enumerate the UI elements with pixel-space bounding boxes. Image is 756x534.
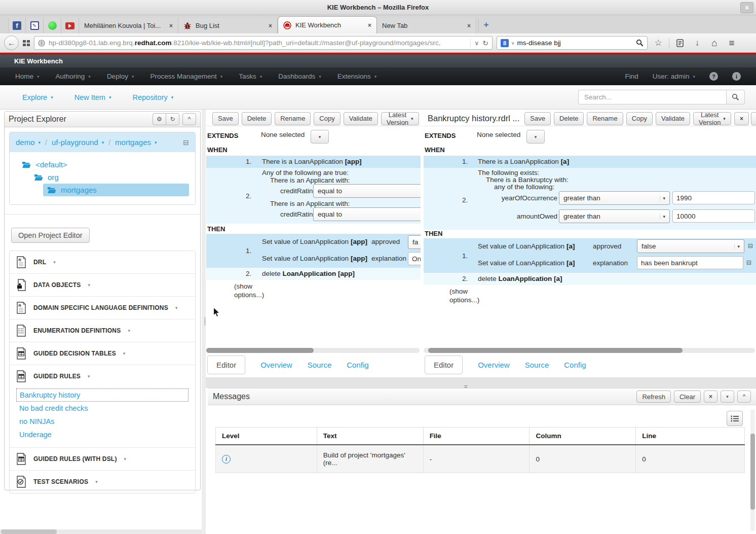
approved-value-select[interactable]: fa — [408, 235, 421, 249]
browser-tab-new-tab[interactable]: New Tab × — [377, 18, 476, 33]
vertical-scrollbar[interactable] — [750, 409, 755, 531]
show-options-link[interactable]: (show options...) — [234, 282, 267, 299]
menu-hamburger-icon[interactable]: ≡ — [725, 38, 738, 49]
section-dsl-definitions[interactable]: R DOMAIN SPECIFIC LANGUAGE DEFINITIONS ▾ — [10, 296, 195, 319]
tree-item-mortgages[interactable]: mortgages — [43, 184, 189, 196]
info-icon[interactable]: i — [732, 72, 741, 81]
approved-value-select[interactable]: false▾ — [637, 239, 744, 253]
scrollbar-thumb[interactable] — [206, 348, 314, 353]
then-row-1[interactable]: 1. Set value of LoanApplication [a] appr… — [424, 238, 756, 273]
tab-overview[interactable]: Overview — [260, 361, 292, 369]
reload-icon[interactable]: ↻ — [482, 39, 488, 47]
save-button[interactable]: Save — [212, 112, 239, 125]
remove-field-icon[interactable]: ⊟ — [746, 259, 751, 266]
browser-search-bar[interactable]: 8 ∨ — [497, 36, 648, 50]
extends-dropdown-button[interactable]: ▾ — [311, 130, 329, 144]
copy-button[interactable]: Copy — [314, 112, 340, 125]
year-of-occurrence-operator-select[interactable]: greater than▾ — [559, 191, 670, 205]
bookmarks-panel-icon[interactable] — [673, 39, 687, 47]
menu-authoring[interactable]: Authoring▾ — [56, 73, 91, 80]
amount-owed-operator-select[interactable]: greater than▾ — [559, 209, 670, 223]
browser-tab-kie-workbench[interactable]: KIE Workbench × — [278, 16, 377, 33]
menu-extensions[interactable]: Extensions▾ — [337, 73, 377, 80]
tiles-icon[interactable] — [23, 40, 30, 46]
section-data-objects[interactable]: DATA OBJECTS ▾ — [10, 273, 195, 296]
then-row-2[interactable]: 2. delete LoanApplication [a] — [424, 273, 756, 285]
tab-source[interactable]: Source — [308, 361, 332, 369]
splitter-grip-icon[interactable]: ❘❘ — [203, 317, 205, 325]
pinned-tab-notes[interactable]: ✎ — [26, 18, 44, 33]
validate-button[interactable]: Validate — [344, 112, 378, 125]
tree-item-org[interactable]: org — [14, 171, 191, 184]
section-test-scenarios[interactable]: TEST SCENARIOS ▾ — [10, 470, 195, 493]
when-row-1[interactable]: 1. There is a LoanApplication [a] — [424, 156, 756, 168]
scrollbar-thumb[interactable] — [1, 529, 57, 534]
pinned-tab-apple[interactable] — [44, 18, 61, 33]
browser-tab-mehilainen[interactable]: Mehiläinen Kouvola | Toi... × — [79, 18, 178, 33]
rule-no-ninjas[interactable]: no NINJAs — [16, 415, 188, 428]
section-enumeration-definitions[interactable]: ENUMERATION DEFINITIONS ▾ — [10, 319, 195, 342]
tab-config[interactable]: Config — [564, 361, 586, 369]
new-tab-button[interactable]: + — [478, 18, 494, 31]
section-guided-rules[interactable]: GUIDED RULES ▾ — [10, 365, 195, 387]
validate-button[interactable]: Validate — [656, 112, 690, 125]
panel-collapse-button[interactable]: ^ — [737, 390, 751, 403]
explanation-input[interactable] — [408, 252, 421, 265]
url-dropdown-icon[interactable]: ∨ — [474, 40, 479, 47]
menu-user[interactable]: User: admin▾ — [653, 73, 695, 80]
rename-button[interactable]: Rename — [275, 112, 311, 125]
subnav-explore[interactable]: Explore▾ — [22, 93, 53, 101]
credit-rating-operator-select[interactable]: equal to▾ — [313, 184, 421, 198]
when-row-2[interactable]: 2. The following exists: There is a Bank… — [424, 168, 756, 230]
breadcrumb-demo[interactable]: demo▾ — [16, 138, 41, 147]
menu-process-management[interactable]: Process Management▾ — [150, 73, 222, 80]
menu-deploy[interactable]: Deploy▾ — [107, 73, 134, 80]
section-guided-rules-dsl[interactable]: GUIDED RULES (WITH DSL) ▾ — [10, 447, 195, 470]
menu-find[interactable]: Find — [625, 73, 638, 80]
menu-home[interactable]: Home▾ — [15, 73, 40, 80]
refresh-button[interactable]: Refresh — [636, 390, 671, 403]
message-row[interactable]: i Build of project 'mortgages' (re... - … — [216, 445, 745, 473]
workbench-search-input[interactable] — [578, 90, 726, 104]
url-bar[interactable]: hp-dl380pg8-01.lab.eng.brq.redhat.com:82… — [34, 36, 493, 50]
tab-editor[interactable]: Editor — [207, 355, 245, 374]
section-drl[interactable]: R DRL ▾ — [10, 251, 195, 273]
close-panel-button[interactable]: × — [704, 390, 717, 403]
save-button[interactable]: Save — [524, 112, 551, 125]
browser-tab-bug-list[interactable]: Bug List × — [178, 18, 278, 33]
workbench-search-button[interactable] — [726, 90, 745, 104]
search-icon[interactable] — [636, 39, 644, 47]
bookmark-star-icon[interactable]: ☆ — [652, 38, 665, 48]
open-project-editor-button[interactable]: Open Project Editor — [11, 228, 90, 243]
search-engine-icon[interactable]: 8 — [501, 39, 509, 47]
home-icon[interactable]: ⌂ — [708, 38, 721, 49]
breadcrumb-uf-playground[interactable]: uf-playground▾ — [52, 138, 104, 147]
clear-button[interactable]: Clear — [674, 390, 701, 403]
when-row-2[interactable]: 2. Any of the following are true: There … — [206, 168, 421, 224]
close-icon[interactable]: × — [269, 22, 272, 29]
scrollbar-thumb[interactable] — [428, 348, 683, 353]
subnav-new-item[interactable]: New Item▾ — [74, 93, 111, 101]
rule-underage[interactable]: Underage — [16, 428, 188, 441]
tab-overview[interactable]: Overview — [478, 361, 510, 369]
extends-dropdown-button[interactable]: ▾ — [526, 130, 545, 144]
subnav-repository[interactable]: Repository▾ — [132, 93, 173, 101]
rule-bankruptcy-history[interactable]: Bankruptcy history — [16, 388, 188, 402]
latest-version-button[interactable]: Latest Version▾ — [693, 112, 731, 125]
help-icon[interactable]: ? — [709, 72, 718, 81]
browser-search-input[interactable] — [517, 39, 633, 47]
latest-version-button[interactable]: Latest Version▾ — [381, 112, 419, 125]
delete-button[interactable]: Delete — [554, 112, 584, 125]
tab-source[interactable]: Source — [525, 361, 549, 369]
rule-no-bad-credit-checks[interactable]: No bad credit checks — [16, 402, 188, 415]
scrollbar-thumb[interactable] — [750, 434, 755, 510]
breadcrumb-mortgages[interactable]: mortgages▾ — [115, 138, 157, 147]
pinned-tab-facebook[interactable]: f — [8, 18, 26, 33]
explanation-input[interactable] — [637, 256, 743, 269]
delete-button[interactable]: Delete — [242, 112, 272, 125]
explorer-refresh-button[interactable]: ↻ — [166, 113, 179, 125]
close-icon[interactable]: × — [467, 22, 471, 29]
year-of-occurrence-input[interactable] — [672, 191, 755, 204]
close-icon[interactable]: × — [169, 22, 173, 29]
when-row-1[interactable]: 1. There is a LoanApplication [app] — [206, 156, 421, 168]
